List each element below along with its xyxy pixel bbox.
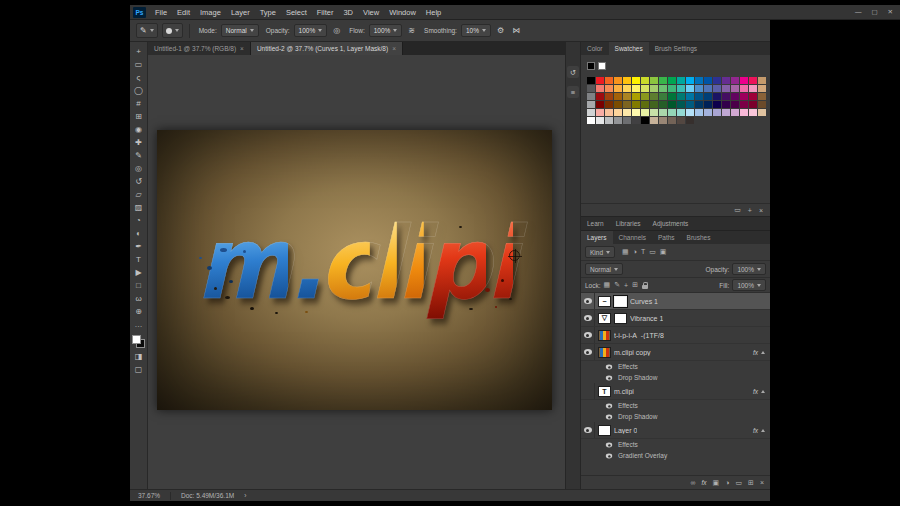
swatch[interactable] [677,117,685,124]
new-adjustment-layer-icon[interactable]: ◑ [725,479,729,486]
swatch[interactable] [614,77,622,84]
swatch[interactable] [605,93,613,100]
swatch[interactable] [731,93,739,100]
panel-tab-brush-settings[interactable]: Brush Settings [649,42,703,55]
swatch[interactable] [731,77,739,84]
document-artboard[interactable]: m.clipi [157,130,552,410]
swatch[interactable] [686,85,694,92]
swatch[interactable] [713,93,721,100]
swatch[interactable] [713,85,721,92]
swatch[interactable] [749,109,757,116]
swatch[interactable] [632,93,640,100]
swatch[interactable] [758,101,766,108]
swatch[interactable] [668,117,676,124]
swatch[interactable] [695,93,703,100]
properties-panel-icon[interactable]: ≡ [567,86,579,98]
menu-select[interactable]: Select [281,8,312,17]
swatch[interactable] [605,117,613,124]
swatch[interactable] [740,101,748,108]
flow-select[interactable]: 100% [369,24,403,37]
filter-kind-select[interactable]: Kind [585,246,615,258]
swatch[interactable] [587,85,595,92]
menu-image[interactable]: Image [195,8,226,17]
swatch[interactable] [749,77,757,84]
swatch[interactable] [641,109,649,116]
lock-pixels-icon[interactable]: ✎ [614,281,620,289]
swatch[interactable] [596,117,604,124]
gradient-tool[interactable]: ▨ [131,201,147,214]
panel-tab-layers[interactable]: Layers [581,231,613,244]
swatch[interactable] [641,77,649,84]
effect-visibility-toggle[interactable] [603,411,615,422]
new-group-icon[interactable]: ▭ [735,479,742,487]
panel-tab-learn[interactable]: Learn [581,217,610,230]
filter-pixel-layers-icon[interactable]: ▦ [622,248,629,256]
effect-visibility-toggle[interactable] [603,361,615,372]
zoom-tool[interactable]: ⊕ [131,305,147,318]
swatch[interactable] [749,93,757,100]
panel-tab-libraries[interactable]: Libraries [610,217,647,230]
lasso-tool[interactable]: ς [131,71,147,84]
panel-tab-swatches[interactable]: Swatches [609,42,649,55]
layer-opacity-select[interactable]: 100% [732,263,766,275]
swatch[interactable] [605,101,613,108]
swatch[interactable] [596,77,604,84]
swatch[interactable] [740,93,748,100]
swatch[interactable] [758,85,766,92]
document-tab[interactable]: Untitled-1 @ 37.7% (RGB/8)× [148,42,251,55]
pen-tool[interactable]: ✒ [131,240,147,253]
background-chip[interactable] [598,62,606,70]
swatch[interactable] [695,85,703,92]
filter-adjustment-layers-icon[interactable]: ◑ [633,248,637,256]
swatch[interactable] [704,85,712,92]
swatch[interactable] [722,93,730,100]
layer-visibility-toggle[interactable] [581,293,595,309]
swatch[interactable] [695,77,703,84]
filter-shape-layers-icon[interactable]: ▭ [649,248,656,256]
blend-mode-select[interactable]: Normal [221,24,259,37]
smoothing-options-gear-icon[interactable]: ⚙ [495,26,506,35]
close-tab-icon[interactable]: × [240,45,244,52]
layer-effects-badge[interactable]: fx [753,427,768,434]
swatch[interactable] [614,109,622,116]
crop-tool[interactable]: # [131,97,147,110]
delete-layer-icon[interactable]: × [760,479,764,486]
swatch[interactable] [668,77,676,84]
brush-tool[interactable]: ✎ [131,149,147,162]
layer-fill-select[interactable]: 100% [732,279,766,291]
delete-swatch-icon[interactable]: × [759,207,763,214]
swatch[interactable] [677,77,685,84]
airbrush-icon[interactable]: ≋ [406,26,417,35]
swatch[interactable] [731,109,739,116]
swatch[interactable] [704,109,712,116]
brush-preset-picker[interactable] [162,23,183,38]
swatch[interactable] [704,101,712,108]
close-button[interactable]: ✕ [888,8,893,16]
swatch[interactable] [605,77,613,84]
swatch[interactable] [740,77,748,84]
swatch[interactable] [605,85,613,92]
type-tool[interactable]: T [131,253,147,266]
layer-visibility-toggle[interactable] [581,310,595,326]
swatch[interactable] [650,117,658,124]
swatch[interactable] [704,93,712,100]
swatch[interactable] [614,85,622,92]
swatch[interactable] [713,109,721,116]
quick-selection-tool[interactable]: ◯ [131,84,147,97]
swatch[interactable] [659,85,667,92]
layer-visibility-toggle[interactable] [581,344,595,360]
menu-filter[interactable]: Filter [312,8,339,17]
zoom-level[interactable]: 37.67% [138,492,160,499]
effect-visibility-toggle[interactable] [603,400,615,411]
menu-layer[interactable]: Layer [226,8,255,17]
swatch[interactable] [677,101,685,108]
layer-effects-badge[interactable]: fx [753,349,768,356]
layer-effect-row[interactable]: Effects [581,439,770,450]
swatch[interactable] [641,93,649,100]
swatch[interactable] [587,77,595,84]
close-tab-icon[interactable]: × [392,45,396,52]
swatch[interactable] [749,101,757,108]
swatch[interactable] [668,109,676,116]
foreground-chip[interactable] [587,62,595,70]
menu-view[interactable]: View [358,8,384,17]
